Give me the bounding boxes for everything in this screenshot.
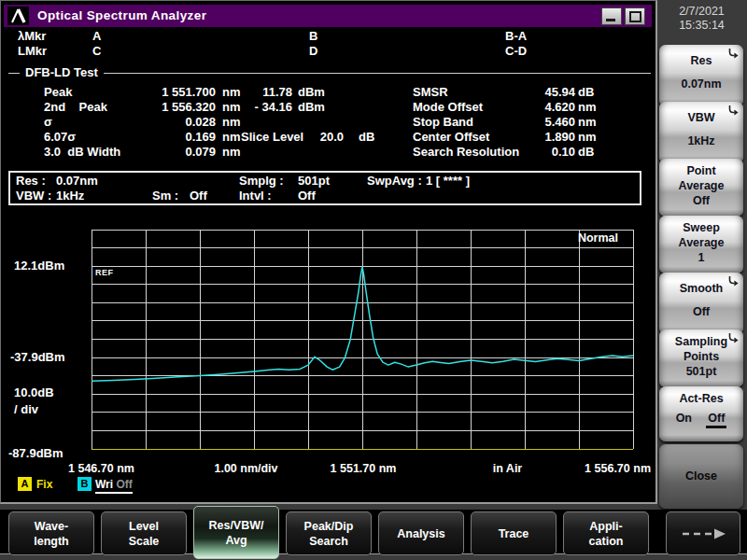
marker-a[interactable]: A (92, 29, 101, 43)
marker-c-d: C-D (505, 44, 527, 58)
vbw-value: 1kHz (56, 189, 84, 203)
trace-b-mode: Wri (95, 478, 113, 491)
menu-res-vbw-avg[interactable]: Res/VBW/ Avg (193, 506, 279, 559)
anritsu-logo-icon (7, 7, 29, 25)
marker-d[interactable]: D (309, 44, 317, 58)
six-sigma-row: 6.07σ 0.169 nm Slice Level 20.0 dB (44, 130, 417, 145)
trace-mode-label: Normal (578, 231, 618, 245)
res-value: 0.07nm (56, 174, 98, 188)
time-display: 15:35:14 (656, 19, 747, 32)
menu-application[interactable]: Appli- cation (563, 511, 649, 555)
osa-window: Optical Spectrum Analyzer λMkr A B B-A L… (0, 0, 657, 504)
maximize-button[interactable] (625, 7, 645, 25)
menu-wavelength[interactable]: Wave- length (8, 511, 94, 555)
level-marker-label: LMkr (18, 44, 47, 58)
trace-b-badge[interactable]: B (78, 477, 92, 491)
act-res-on-option[interactable]: On (676, 412, 692, 428)
analysis-title: DFB-LD Test (20, 65, 104, 79)
second-peak-row: 2nd Peak 1 556.320 nm - 34.16 dBm (44, 100, 417, 115)
date-display: 2/7/2021 (656, 5, 747, 18)
analysis-separator (8, 73, 651, 74)
window-title: Optical Spectrum Analyzer (37, 8, 206, 22)
stop-band-row: Stop Band 5.460 nm (413, 115, 646, 130)
res-button[interactable]: Res 0.07nm (659, 45, 743, 106)
smplg-value: 501pt (298, 174, 330, 188)
minimize-button[interactable] (601, 7, 622, 25)
intvl-label: Intvl : (239, 189, 272, 203)
point-average-button[interactable]: Point Average Off (659, 159, 743, 217)
trace-a-badge[interactable]: A (18, 477, 32, 491)
sweep-average-button[interactable]: Sweep Average 1 (659, 216, 743, 273)
marker-c[interactable]: C (92, 44, 101, 58)
mode-offset-row: Mode Offset 4.620 nm (413, 100, 646, 115)
maximize-icon (629, 11, 641, 22)
y-scale-label-2: / div (14, 402, 38, 416)
swpavg-label: SwpAvg : (367, 174, 422, 188)
submenu-hook-arrow-icon (726, 332, 740, 344)
search-resolution-row: Search Resolution 0.10 dB (413, 145, 646, 160)
smsr-row: SMSR 45.94 dB (413, 85, 646, 100)
y-scale-label: 10.0dB (14, 385, 54, 399)
x-scale-label: 1.00 nm/div (192, 462, 300, 475)
smooth-button[interactable]: Smooth Off (659, 273, 743, 334)
sigma-row: σ 0.028 nm (44, 115, 417, 130)
title-bar: Optical Spectrum Analyzer (4, 5, 652, 27)
y-bottom-level-label: -87.9dBm (8, 446, 63, 460)
close-button[interactable]: Close (659, 444, 743, 509)
sm-value: Off (190, 189, 207, 203)
db-width-row: 3.0 dB Width 0.079 nm (44, 145, 417, 160)
ref-line-label: REF (95, 268, 114, 277)
trace-status-bar: A Fix B Wri Off (1, 477, 655, 494)
spectrum-plot-svg (92, 230, 633, 449)
sm-label: Sm : (152, 189, 178, 203)
y-ref-level-label: 12.1dBm (14, 259, 64, 273)
vbw-button[interactable]: VBW 1kHz (659, 102, 743, 163)
dashed-right-arrow-icon (673, 525, 733, 542)
marker-b[interactable]: B (309, 29, 317, 43)
swpavg-value: 1 [ **** ] (426, 174, 470, 188)
act-res-button[interactable]: Act-Res On Off (659, 386, 743, 441)
menu-peak-dip-search[interactable]: Peak/Dip Search (286, 511, 372, 555)
submenu-hook-arrow-icon (726, 48, 740, 60)
menu-more-button[interactable] (666, 511, 740, 555)
x-center-label: 1 551.70 nm (311, 462, 416, 475)
trace-b-status: Wri Off (95, 478, 133, 494)
x-medium-label: in Air (472, 462, 543, 475)
sampling-points-button[interactable]: Sampling Points 501pt (659, 329, 743, 387)
y-mid-level-label: -37.9dBm (10, 350, 65, 364)
center-offset-row: Center Offset 1.890 nm (413, 130, 646, 145)
marker-b-a: B-A (505, 29, 527, 43)
trace-a-mode: Fix (36, 478, 52, 491)
menu-trace[interactable]: Trace (471, 511, 557, 555)
res-label: Res : (16, 174, 46, 188)
wavelength-marker-label: λMkr (18, 29, 46, 43)
slice-level-value: 20.0 (316, 130, 344, 144)
spectrum-plot[interactable]: REF Normal (92, 230, 633, 449)
submenu-hook-arrow-icon (726, 275, 740, 287)
x-start-label: 1 546.70 nm (68, 462, 134, 475)
peak-row: Peak 1 551.700 nm 11.78 dBm (44, 85, 417, 100)
act-res-off-option[interactable]: Off (706, 412, 726, 428)
x-stop-label: 1 556.70 nm (561, 462, 651, 475)
submenu-hook-arrow-icon (726, 105, 740, 117)
menu-analysis[interactable]: Analysis (378, 511, 464, 555)
sweep-settings-box: Res : 0.07nm Smplg : 501pt SwpAvg : 1 [ … (8, 171, 641, 205)
minimize-icon (606, 19, 615, 21)
menu-level-scale[interactable]: Level Scale (101, 511, 187, 555)
slice-level-label: Slice Level (241, 130, 303, 144)
vbw-label: VBW : (16, 189, 51, 203)
trace-b-state: Off (116, 478, 132, 491)
slice-level-unit: dB (359, 130, 374, 144)
smplg-label: Smplg : (239, 174, 284, 188)
intvl-value: Off (298, 189, 316, 203)
